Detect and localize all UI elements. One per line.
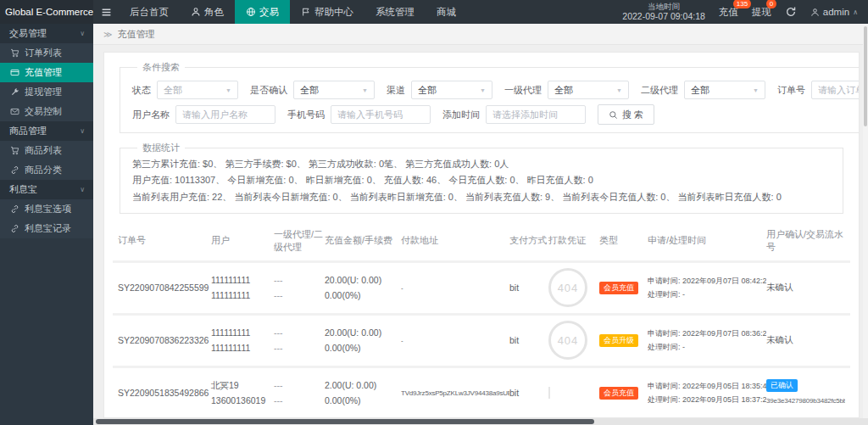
time-cell: 申请时间: 2022年09月05日 18:35:49 处理时间: 2022年09…: [648, 379, 766, 406]
user-cell: 111111111 111111111: [211, 272, 274, 304]
handle-time: 处理时间: -: [648, 340, 766, 354]
chevron-down-icon: ∨: [80, 127, 85, 135]
sidebar-group-interest[interactable]: 利息宝 ∨: [0, 180, 93, 199]
time-cell: 申请时间: 2022年09月07日 08:42:25 处理时间: -: [648, 274, 766, 301]
sidebar-item-goods-list[interactable]: 商品列表: [0, 141, 93, 160]
phone-label: 手机号码: [287, 109, 325, 121]
agent2-select[interactable]: 全部 ▼: [684, 81, 765, 99]
user-cell: 北冥19 13600136019: [211, 377, 274, 409]
agent1-label: 一级代理: [504, 84, 542, 97]
user-icon: [810, 8, 820, 17]
confirm-field: 是否确认 全部 ▼: [250, 81, 375, 99]
menu-item-role[interactable]: 角色: [180, 0, 235, 24]
menu-item-role-label: 角色: [204, 6, 224, 19]
table-body: SY2209070842255599 111111111 111111111 -…: [113, 260, 850, 418]
cart-icon: [10, 146, 19, 155]
agents-cell: --- ---: [274, 272, 325, 304]
status-field: 状态 全部 ▼: [132, 81, 238, 99]
hamburger-menu-icon[interactable]: [93, 0, 119, 24]
voucher-cell: 404: [548, 321, 599, 360]
vertical-scrollbar-thumb[interactable]: [864, 26, 867, 126]
breadcrumb-icon: ≫: [103, 30, 112, 39]
breadcrumb: ≫ 充值管理: [93, 24, 868, 45]
table-row[interactable]: SY2209051835492866 北冥19 13600136019 --- …: [113, 366, 850, 418]
menu-item-mall[interactable]: 商城: [426, 0, 467, 24]
type-badge: 会员充值: [599, 282, 638, 294]
status-select[interactable]: 全部 ▼: [157, 81, 238, 99]
sidebar-item-control[interactable]: 交易控制: [0, 102, 93, 121]
recharge-fee: 0.00(0%): [325, 288, 401, 303]
user-phone: 111111111: [211, 340, 274, 355]
col-pay-method: 支付方式: [509, 234, 548, 247]
agent-level1: ---: [274, 377, 325, 393]
menu-item-home[interactable]: 后台首页: [119, 0, 180, 24]
agent1-select[interactable]: 全部 ▼: [548, 81, 629, 99]
menu-item-system[interactable]: 系统管理: [364, 0, 426, 24]
recharge-fee: 0.00(0%): [325, 393, 401, 408]
table-row[interactable]: SY2209070842255599 111111111 111111111 -…: [113, 260, 850, 313]
confirm-select[interactable]: 全部 ▼: [293, 81, 375, 99]
top-bar-right: 当地时间 2022-09-07 09:04:18 充值 135 提现 0 adm…: [622, 0, 868, 24]
col-type: 类型: [599, 234, 648, 247]
sidebar-item-interest-records[interactable]: 利息宝记录: [0, 219, 93, 238]
voucher-thumbnail[interactable]: [548, 387, 550, 399]
app-logo: Global E-Commerce...: [0, 0, 93, 24]
sidebar-group-goods[interactable]: 商品管理 ∨: [0, 121, 93, 141]
menu-item-home-label: 后台首页: [130, 6, 169, 19]
link-icon: [10, 165, 19, 175]
col-user: 用户: [211, 234, 274, 247]
withdraw-notice-button[interactable]: 提现 0: [752, 6, 771, 19]
caret-down-icon: ▼: [362, 87, 368, 93]
sidebar-item-goods-category[interactable]: 商品分类: [0, 160, 93, 180]
col-amount-fee: 充值金额/手续费: [325, 234, 401, 247]
envelope-icon: [10, 107, 19, 116]
channel-select[interactable]: 全部 ▼: [411, 81, 492, 99]
globe-icon: [246, 7, 256, 17]
col-agents: 一级代理/二级代理: [274, 228, 325, 254]
agents-cell: --- ---: [274, 325, 325, 356]
menu-item-help[interactable]: 帮助中心: [290, 0, 364, 24]
confirm-cell: 未确认: [766, 334, 845, 346]
horizontal-scrollbar-thumb[interactable]: [96, 419, 594, 424]
pay-method-cell: bit: [509, 388, 548, 398]
add-time-input[interactable]: [486, 105, 586, 124]
user-menu[interactable]: admin ∧: [810, 7, 858, 17]
condition-search-legend: 条件搜索: [137, 61, 185, 74]
caret-down-icon: ▼: [616, 87, 622, 93]
sidebar-item-interest-records-label: 利息宝记录: [25, 222, 71, 235]
person-icon: [191, 7, 201, 17]
confirm-text: 未确认: [766, 282, 793, 292]
username-input[interactable]: [175, 105, 275, 124]
vertical-scrollbar[interactable]: [863, 24, 868, 418]
sidebar-item-recharge[interactable]: 充值管理: [0, 63, 93, 82]
flag-icon: [301, 7, 311, 17]
wrench-icon: [10, 87, 19, 97]
username-field-label: 用户名称: [132, 109, 170, 121]
confirm-badge: 已确认: [766, 379, 798, 392]
confirm-cell: 未确认: [766, 282, 845, 294]
agent2-field: 二级代理 全部 ▼: [641, 81, 765, 99]
username-label: admin: [823, 7, 849, 17]
sidebar-item-interest-options[interactable]: 利息宝选项: [0, 199, 93, 219]
withdraw-count-badge: 0: [766, 0, 776, 8]
sidebar-item-withdraw[interactable]: 提现管理: [0, 82, 93, 102]
menu-item-trade[interactable]: 交易: [235, 0, 290, 24]
recharge-notice-button[interactable]: 充值 135: [719, 6, 738, 19]
sidebar-item-interest-options-label: 利息宝选项: [25, 203, 71, 215]
user-nickname: 111111111: [211, 325, 274, 340]
table-row[interactable]: SY2209070836223326 111111111 111111111 -…: [113, 313, 850, 366]
order-no-input[interactable]: [811, 81, 860, 99]
refresh-icon[interactable]: [785, 6, 797, 18]
sidebar-item-orders[interactable]: 订单列表: [0, 43, 93, 63]
add-time-label: 添加时间: [442, 109, 480, 121]
add-time-field: 添加时间: [442, 105, 586, 124]
horizontal-scrollbar[interactable]: [93, 418, 868, 425]
phone-input[interactable]: [331, 105, 431, 124]
time-cell: 申请时间: 2022年09月07日 08:36:22 处理时间: -: [648, 327, 766, 354]
agents-cell: --- ---: [274, 377, 325, 409]
sidebar-group-trade[interactable]: 交易管理 ∨: [0, 24, 93, 43]
agent1-field: 一级代理 全部 ▼: [504, 81, 629, 99]
pay-method-cell: bit: [509, 282, 548, 293]
search-button[interactable]: 搜 索: [598, 104, 654, 125]
recharge-table: 订单号 用户 一级代理/二级代理 充值金额/手续费 付款地址 支付方式 打款凭证…: [113, 222, 850, 418]
